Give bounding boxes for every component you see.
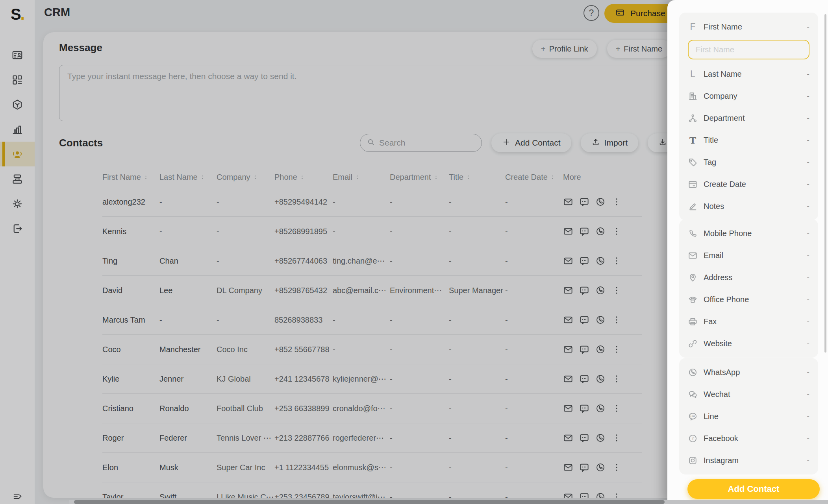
field-wechat[interactable]: Wechat-	[688, 383, 809, 405]
phone-icon	[688, 229, 698, 238]
field-fax[interactable]: Fax-	[688, 310, 809, 332]
field-title[interactable]: TTitle-	[688, 129, 809, 151]
add-contact-drawer: FFirst Name-LLast Name-Company-Departmen…	[667, 0, 828, 504]
building-icon	[688, 91, 698, 101]
first-name-input[interactable]	[688, 40, 809, 59]
calendar-icon	[688, 179, 698, 189]
field-label: Fax	[704, 317, 717, 326]
field-value: -	[807, 251, 809, 260]
mail-icon	[688, 251, 698, 260]
horizontal-scrollbar[interactable]	[69, 500, 828, 504]
field-value: -	[807, 412, 809, 421]
field-label: Department	[704, 114, 745, 123]
field-label: Instagram	[704, 456, 739, 465]
field-value: -	[807, 202, 809, 211]
field-value: -	[807, 92, 809, 101]
field-label: Wechat	[704, 390, 730, 399]
field-office-phone[interactable]: Office Phone-	[688, 288, 809, 310]
field-label: Company	[704, 92, 737, 101]
field-label: Notes	[704, 202, 724, 211]
field-label: First Name	[704, 22, 742, 31]
letter-l-icon: L	[688, 69, 698, 79]
drawer-section: FFirst Name-LLast Name-Company-Departmen…	[679, 13, 818, 220]
field-website[interactable]: Website-	[688, 332, 809, 354]
field-label: Mobile Phone	[704, 229, 752, 238]
field-mobile-phone[interactable]: Mobile Phone-	[688, 222, 809, 244]
field-company[interactable]: Company-	[688, 85, 809, 107]
field-last-name[interactable]: LLast Name-	[688, 63, 809, 85]
org-chart-icon	[688, 113, 698, 123]
field-label: Website	[704, 339, 732, 348]
field-first-name[interactable]: FFirst Name-	[688, 16, 809, 38]
field-label: Email	[704, 251, 723, 260]
letter-f-icon: F	[688, 22, 698, 32]
desk-phone-icon	[688, 295, 698, 305]
field-department[interactable]: Department-	[688, 107, 809, 129]
field-line[interactable]: LINELine-	[688, 405, 809, 427]
drawer-add-contact-button[interactable]: Add Contact	[687, 479, 820, 499]
field-value: -	[807, 390, 809, 399]
field-label: Line	[704, 412, 719, 421]
field-tag[interactable]: Tag-	[688, 151, 809, 173]
printer-icon	[688, 317, 698, 327]
facebook-icon: f	[688, 434, 698, 443]
field-label: Address	[704, 273, 732, 282]
field-label: WhatsApp	[704, 368, 740, 377]
field-value: -	[807, 456, 809, 465]
field-value: -	[807, 229, 809, 238]
field-value: -	[807, 70, 809, 79]
field-value: -	[807, 368, 809, 377]
field-value: -	[807, 317, 809, 326]
field-label: Last Name	[704, 70, 742, 79]
svg-text:LINE: LINE	[691, 415, 695, 417]
field-label: Office Phone	[704, 295, 749, 304]
field-value: -	[807, 136, 809, 145]
link-icon	[688, 339, 698, 349]
field-label: Create Date	[704, 180, 746, 189]
instagram-icon	[688, 456, 698, 465]
field-value: -	[807, 273, 809, 282]
drawer-section: Mobile Phone-Email-Address-Office Phone-…	[679, 219, 818, 358]
field-label: Tag	[704, 158, 716, 167]
field-label: Title	[704, 136, 718, 145]
field-label: Facebook	[704, 434, 738, 443]
field-notes[interactable]: Notes-	[688, 195, 809, 217]
field-instagram[interactable]: Instagram-	[688, 449, 809, 471]
field-value: -	[807, 434, 809, 443]
field-value: -	[807, 295, 809, 304]
field-value: -	[807, 114, 809, 123]
drawer-section: WhatsApp-Wechat-LINELine-fFacebook-Insta…	[679, 358, 818, 474]
letter-t-icon: T	[688, 135, 698, 145]
tag-icon	[688, 157, 698, 167]
svg-text:f: f	[692, 436, 695, 441]
line-icon: LINE	[688, 412, 698, 421]
field-email[interactable]: Email-	[688, 244, 809, 266]
field-value: -	[807, 22, 809, 31]
map-pin-icon	[688, 273, 698, 282]
whatsapp-icon	[688, 367, 698, 377]
field-facebook[interactable]: fFacebook-	[688, 427, 809, 449]
field-address[interactable]: Address-	[688, 266, 809, 288]
horizontal-scrollbar-thumb[interactable]	[74, 500, 665, 504]
field-create-date[interactable]: Create Date-	[688, 173, 809, 195]
field-value: -	[807, 158, 809, 167]
field-value: -	[807, 180, 809, 189]
wechat-icon	[688, 390, 698, 399]
drawer-scrollbar[interactable]	[824, 14, 826, 353]
field-value: -	[807, 339, 809, 348]
field-whatsapp[interactable]: WhatsApp-	[688, 361, 809, 383]
pencil-icon	[688, 201, 698, 211]
